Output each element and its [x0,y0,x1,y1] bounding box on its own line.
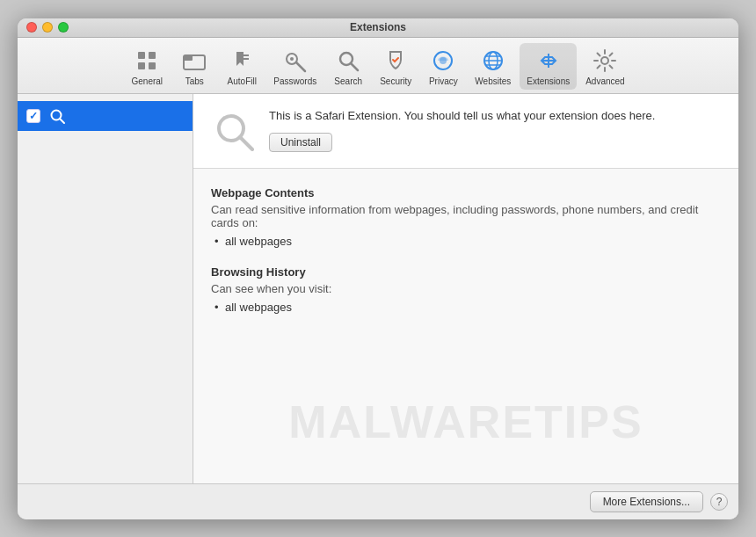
extension-header: This is a Safari Extension. You should t… [193,94,738,169]
maximize-button[interactable] [58,22,69,33]
browsing-history-item-1: all webpages [211,301,721,314]
toolbar-item-privacy[interactable]: Privacy [420,43,466,90]
svg-line-9 [296,62,305,71]
toolbar-item-search[interactable]: Search [325,43,371,90]
tabs-icon [180,47,208,75]
tabs-label: Tabs [185,76,204,86]
svg-rect-3 [149,62,156,69]
toolbar-item-advanced[interactable]: Advanced [578,43,631,90]
advanced-label: Advanced [585,76,624,86]
window-footer: More Extensions... ? [18,483,738,519]
webpage-contents-section: Webpage Contents Can read sensitive info… [211,186,721,248]
extension-content-panel: MALWARETIPS This is a Safari Extension. … [193,94,738,483]
more-extensions-button[interactable]: More Extensions... [590,491,703,512]
extension-icon [211,108,257,154]
svg-rect-1 [138,62,145,69]
security-icon [382,47,410,75]
watermark: MALWARETIPS [193,395,738,448]
permissions-area: Webpage Contents Can read sensitive info… [193,169,738,349]
extension-checkbox[interactable]: ✓ [26,109,40,123]
extensions-sidebar: ✓ [18,94,193,483]
search-label: Search [334,76,362,86]
websites-label: Websites [475,76,511,86]
safari-preferences-window: Extensions General [18,18,738,519]
websites-icon [479,47,507,75]
toolbar-item-tabs[interactable]: Tabs [171,43,217,90]
browsing-history-title: Browsing History [211,265,721,279]
toolbar-item-autofill[interactable]: AutoFill [219,43,265,90]
svg-point-10 [290,57,294,61]
svg-rect-2 [149,52,156,59]
toolbar-item-security[interactable]: Security [373,43,418,90]
title-bar: Extensions [18,18,738,38]
svg-rect-5 [184,55,193,61]
window-controls [26,22,69,33]
webpage-contents-title: Webpage Contents [211,186,721,200]
extensions-icon [534,47,563,75]
autofill-label: AutoFill [228,76,257,86]
sidebar-item-search-ext[interactable]: ✓ [18,101,193,131]
svg-point-14 [440,57,447,64]
privacy-icon [429,47,457,75]
close-button[interactable] [26,22,37,33]
help-button[interactable]: ? [710,493,728,511]
minimize-button[interactable] [42,22,53,33]
svg-line-22 [60,119,64,123]
passwords-label: Passwords [273,76,316,86]
general-label: General [132,76,164,86]
privacy-label: Privacy [429,76,458,86]
window-title: Extensions [350,21,406,33]
security-label: Security [380,76,411,86]
toolbar-item-extensions[interactable]: Extensions [520,43,577,90]
autofill-icon [228,47,256,75]
svg-rect-0 [138,52,145,59]
toolbar-items: General Tabs [124,43,631,90]
advanced-icon [591,47,619,75]
extensions-label: Extensions [527,76,570,86]
passwords-icon [281,47,309,75]
extension-sidebar-icon [47,106,67,126]
browsing-history-section: Browsing History Can see when you visit:… [211,265,721,314]
browsing-history-desc: Can see when you visit: [211,282,721,295]
main-area: ✓ MALWARETIPS [18,94,738,483]
svg-line-12 [351,63,358,70]
extension-info: This is a Safari Extension. You should t… [269,108,721,152]
svg-point-20 [601,57,608,64]
checkmark-icon: ✓ [29,110,38,122]
toolbar-item-websites[interactable]: Websites [468,43,518,90]
search-toolbar-icon [334,47,362,75]
toolbar-item-passwords[interactable]: Passwords [266,43,323,90]
webpage-contents-desc: Can read sensitive information from webp… [211,203,721,229]
general-icon [133,47,161,75]
webpage-contents-item-1: all webpages [211,235,721,248]
svg-line-24 [240,137,252,149]
extension-description: This is a Safari Extension. You should t… [269,108,721,124]
toolbar-item-general[interactable]: General [124,43,170,90]
preferences-toolbar: General Tabs [18,38,738,94]
uninstall-button[interactable]: Uninstall [269,133,332,152]
